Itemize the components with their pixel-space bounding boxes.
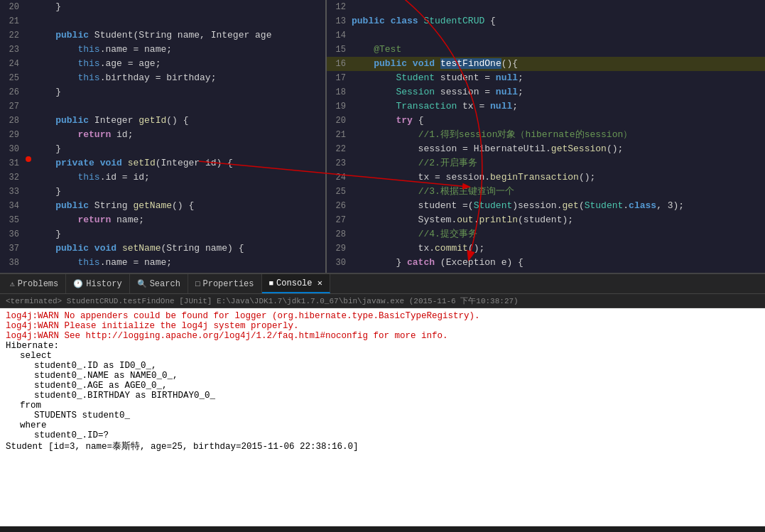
code-line: 28 public Integer getId() { xyxy=(0,114,325,128)
code-line: 24 this.age = age; xyxy=(0,57,325,71)
code-line: 21 //1.得到session对象（hibernate的session） xyxy=(327,128,765,142)
search-icon: 🔍 xyxy=(137,279,147,288)
tab-history-label: History xyxy=(86,279,121,289)
console-line: log4j:WARN Please initialize the log4j s… xyxy=(6,321,759,331)
code-line: 25 //3.根据主键查询一个 xyxy=(327,185,765,199)
right-code-panel[interactable]: 12 13 public class StudentCRUD { 14 15 @… xyxy=(327,0,765,273)
code-line: 39 } xyxy=(0,270,325,273)
code-line: 26 } xyxy=(0,85,325,99)
console-line: where xyxy=(6,420,759,430)
tab-search-label: Search xyxy=(150,279,180,289)
code-line: 14 xyxy=(327,28,765,43)
code-line: 34 public String getName() { xyxy=(0,199,325,213)
code-line: 28 //4.提交事务 xyxy=(327,227,765,241)
code-line: 23 //2.开启事务 xyxy=(327,156,765,170)
code-line: 19 Transaction tx = null; xyxy=(327,99,765,114)
console-line: student0_.ID as ID0_0_, xyxy=(6,361,759,371)
code-line: 20 } xyxy=(0,0,325,14)
tab-history[interactable]: 🕐 History xyxy=(66,274,129,293)
code-line: 15 @Test xyxy=(327,43,765,57)
console-line: log4j:WARN No appenders could be found f… xyxy=(6,311,759,321)
console-line: Hibernate: xyxy=(6,341,759,351)
code-line: 12 xyxy=(327,0,765,14)
console-line: student0_.BIRTHDAY as BIRTHDAY0_0_ xyxy=(6,391,759,401)
code-line: 29 return id; xyxy=(0,128,325,142)
code-line: 31 tx.rollback(); xyxy=(327,270,765,273)
code-line: 25 this.birthday = birthday; xyxy=(0,71,325,85)
tab-properties[interactable]: □ Properties xyxy=(188,274,262,293)
tab-bar: ⚠ Problems 🕐 History 🔍 Search □ Properti… xyxy=(0,274,765,294)
console-line: log4j:WARN See http://logging.apache.org… xyxy=(6,331,759,341)
console-line: student0_.ID=? xyxy=(6,430,759,440)
console-icon: ■ xyxy=(269,279,274,288)
code-line: 20 try { xyxy=(327,114,765,128)
code-line: 26 student =(Student)session.get(Student… xyxy=(327,199,765,213)
problems-icon: ⚠ xyxy=(10,279,15,288)
code-line: 35 return name; xyxy=(0,213,325,227)
code-line: 24 tx = session.beginTransaction(); xyxy=(327,170,765,185)
code-line: 27 System.out.println(student); xyxy=(327,213,765,227)
console-line: from xyxy=(6,401,759,411)
tab-problems-label: Problems xyxy=(18,279,59,289)
console-output[interactable]: log4j:WARN No appenders could be found f… xyxy=(0,308,765,526)
code-line: 30 } catch (Exception e) { xyxy=(327,256,765,270)
code-line: 21 xyxy=(0,14,325,28)
code-line-31: 31 private void setId(Integer id) { xyxy=(0,156,325,170)
code-line: 38 this.name = name; xyxy=(0,256,325,270)
breakpoint-indicator xyxy=(26,156,31,162)
console-status-text: <terminated> StudentCRUD.testFindOne [JU… xyxy=(6,297,519,305)
code-line: 30 } xyxy=(0,142,325,156)
console-line: student0_.NAME as NAME0_0_, xyxy=(6,371,759,381)
console-line: STUDENTS student0_ xyxy=(6,411,759,420)
console-status-bar: <terminated> StudentCRUD.testFindOne [JU… xyxy=(0,294,765,308)
console-line: student0_.AGE as AGE0_0_, xyxy=(6,381,759,391)
code-line: 23 this.name = name; xyxy=(0,43,325,57)
code-line: 27 xyxy=(0,99,325,114)
code-line: 29 tx.commit(); xyxy=(327,241,765,256)
history-icon: 🕐 xyxy=(73,279,83,288)
code-line: 18 Session session = null; xyxy=(327,85,765,99)
left-code-panel[interactable]: 20 } 21 22 public Student(String name, I… xyxy=(0,0,327,273)
code-line: 17 Student student = null; xyxy=(327,71,765,85)
bottom-panel: ⚠ Problems 🕐 History 🔍 Search □ Properti… xyxy=(0,273,765,532)
tab-properties-label: Properties xyxy=(202,279,254,289)
tab-console-label: Console ✕ xyxy=(276,278,322,288)
code-line-16: 16 public void testFindOne(){ xyxy=(327,57,765,71)
code-line: 13 public class StudentCRUD { xyxy=(327,14,765,28)
tab-search[interactable]: 🔍 Search xyxy=(130,274,188,293)
console-line: select xyxy=(6,351,759,361)
editor-area: 20 } 21 22 public Student(String name, I… xyxy=(0,0,765,273)
console-line-result: Student [id=3, name=泰斯特, age=25, birthda… xyxy=(6,440,759,452)
properties-icon: □ xyxy=(195,280,200,288)
code-line: 22 public Student(String name, Integer a… xyxy=(0,28,325,43)
tab-problems[interactable]: ⚠ Problems xyxy=(3,274,66,293)
left-code-container: 20 } 21 22 public Student(String name, I… xyxy=(0,0,325,273)
code-line: 36 } xyxy=(0,227,325,241)
code-line: 33 } xyxy=(0,185,325,199)
tab-console[interactable]: ■ Console ✕ xyxy=(262,274,330,293)
code-line: 37 public void setName(String name) { xyxy=(0,241,325,256)
code-line: 22 session = HibernateUtil.getSession(); xyxy=(327,142,765,156)
code-line: 32 this.id = id; xyxy=(0,170,325,185)
right-code-container: 12 13 public class StudentCRUD { 14 15 @… xyxy=(327,0,765,273)
